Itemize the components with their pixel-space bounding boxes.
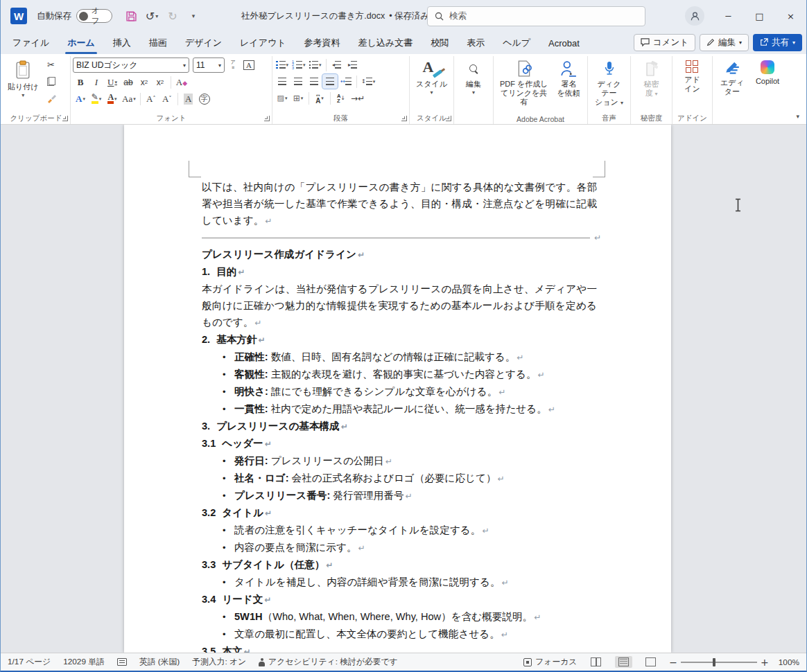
ribbon-tab[interactable]: Acrobat <box>539 32 589 54</box>
minimize-button[interactable]: ─ <box>713 0 744 32</box>
comments-button[interactable]: コメント <box>634 34 695 51</box>
numbering-button[interactable]: 123▾ <box>290 58 307 72</box>
change-case-button[interactable]: Aa▾ <box>121 91 137 106</box>
align-right-button[interactable] <box>306 74 322 89</box>
zoom-slider[interactable] <box>681 662 757 663</box>
ribbon-tab[interactable]: レイアウト <box>231 32 295 54</box>
clipboard-dialog-launcher[interactable] <box>62 116 68 121</box>
ribbon-tab[interactable]: 挿入 <box>104 32 140 54</box>
request-signature-button[interactable]: 署名 を依頼 <box>552 58 585 100</box>
highlight-button[interactable]: ✎▾ <box>89 91 104 106</box>
clear-formatting-button[interactable]: A◆ <box>174 75 189 89</box>
ribbon-tabs: ファイルホーム挿入描画デザインレイアウト参考資料差し込み文書校閲表示ヘルプAcr… <box>3 32 589 54</box>
ribbon-tab[interactable]: 描画 <box>140 32 176 54</box>
underline-button[interactable]: U▾ <box>105 75 120 89</box>
align-left-button[interactable] <box>275 74 290 89</box>
zoom-slider-thumb[interactable] <box>713 658 715 666</box>
text-effects-button[interactable]: A▾ <box>73 91 88 106</box>
autosave-toggle[interactable]: オフ <box>76 9 112 23</box>
document-page[interactable]: 以下は、社内向けの「プレスリリースの書き方」に関する具体的な文書例です。各部署や… <box>124 125 671 653</box>
character-border-button[interactable]: A <box>241 58 257 73</box>
ribbon-tab[interactable]: デザイン <box>176 32 231 54</box>
justify-button[interactable] <box>322 74 338 89</box>
zoom-in-button[interactable]: + <box>761 657 769 668</box>
paragraph-dialog-launcher[interactable] <box>401 116 407 121</box>
font-size-select[interactable]: 11▾ <box>193 58 225 73</box>
share-button[interactable]: 共有▾ <box>753 34 802 51</box>
web-layout-button[interactable] <box>642 656 659 668</box>
asian-layout-button[interactable]: ↔A▾ <box>312 91 327 105</box>
dictation-button[interactable]: ディクテー ション ▾ <box>590 58 628 110</box>
zoom-out-button[interactable]: − <box>669 657 677 668</box>
focus-mode-button[interactable]: フォーカス <box>523 657 577 668</box>
search-box[interactable]: 検索 <box>427 6 645 26</box>
undo-button[interactable]: ↺▾ <box>143 6 161 26</box>
ribbon-tab[interactable]: ファイル <box>3 32 58 54</box>
qat-overflow-button[interactable]: ▾ <box>184 6 202 26</box>
align-center-button[interactable] <box>290 74 306 89</box>
italic-button[interactable]: I <box>89 75 104 89</box>
ribbon-tab[interactable]: 校閲 <box>422 32 458 54</box>
phonetic-guide-button[interactable]: ア≡ <box>225 58 241 73</box>
subscript-button[interactable]: x2 <box>137 75 152 89</box>
language-indicator[interactable]: 英語 (米国) <box>139 657 180 668</box>
page-indicator[interactable]: 1/17 ページ <box>8 657 51 668</box>
distribute-button[interactable]: ↔ <box>338 74 354 89</box>
sort-button[interactable]: AZ↓ <box>333 91 349 105</box>
increase-indent-button[interactable]: ▸ <box>345 58 361 72</box>
ribbon-tab[interactable]: ヘルプ <box>494 32 539 54</box>
format-painter-button[interactable] <box>44 91 59 105</box>
superscript-button[interactable]: x2 <box>153 75 168 89</box>
ribbon-tab[interactable]: ホーム <box>58 32 104 54</box>
document-title[interactable]: 社外秘プレスリリースの書き方.docx • 保存済み ▾ <box>241 10 436 22</box>
ribbon-tab[interactable]: 参考資料 <box>295 32 349 54</box>
ribbon-tab[interactable]: 表示 <box>458 32 494 54</box>
close-button[interactable]: × <box>775 0 806 32</box>
line-spacing-button[interactable]: ↕▾ <box>360 74 376 89</box>
shrink-font-button[interactable]: A˅ <box>159 91 175 106</box>
editor-button[interactable]: エディ ター <box>715 58 749 99</box>
zoom-level[interactable]: 100% <box>779 657 799 667</box>
word-count[interactable]: 12029 単語 <box>63 657 105 668</box>
text-prediction[interactable]: 予測入力: オン <box>192 657 246 668</box>
paste-button[interactable]: 貼り付け ▾ <box>4 58 42 101</box>
addins-button[interactable]: アド イン <box>681 58 704 96</box>
pencil-icon <box>706 38 715 46</box>
paragraph-mark: ↵ <box>358 543 365 553</box>
account-button[interactable] <box>685 6 704 26</box>
print-layout-button[interactable] <box>615 656 632 668</box>
copilot-button[interactable]: Copilot <box>749 58 786 89</box>
styles-dialog-launcher[interactable] <box>446 116 451 121</box>
read-mode-button[interactable] <box>587 656 605 668</box>
font-name-select[interactable]: BIZ UDゴシック▾ <box>73 58 189 73</box>
strikethrough-button[interactable]: ab <box>121 75 136 89</box>
font-color-button[interactable]: A▾ <box>105 91 120 106</box>
decrease-indent-button[interactable]: ◂ <box>329 58 345 72</box>
editing-button[interactable]: 編集 ▾ <box>462 58 485 98</box>
maximize-button[interactable]: □ <box>744 0 775 32</box>
proofing-status[interactable] <box>117 658 127 666</box>
editing-mode-button[interactable]: 編集▾ <box>700 34 749 51</box>
borders-button[interactable]: ⊞▾ <box>290 91 306 105</box>
ribbon-tab[interactable]: 差し込み文書 <box>349 32 422 54</box>
bullets-button[interactable]: ▾ <box>275 58 290 72</box>
document-content[interactable]: 以下は、社内向けの「プレスリリースの書き方」に関する具体的な文書例です。各部署や… <box>202 179 597 653</box>
accessibility-status[interactable]: アクセシビリティ: 検討が必要です <box>259 657 398 668</box>
multilevel-list-button[interactable]: ▾ <box>308 58 323 72</box>
bold-button[interactable]: B <box>73 75 88 89</box>
grow-font-button[interactable]: A˄ <box>144 91 159 106</box>
save-button[interactable] <box>122 6 140 26</box>
copy-button[interactable] <box>44 74 59 89</box>
styles-button[interactable]: A スタイル ▾ <box>413 58 451 98</box>
character-shading-button[interactable]: A <box>181 91 196 106</box>
sensitivity-button[interactable]: 秘密 度 ▾ <box>641 58 663 101</box>
redo-button[interactable]: ↻ <box>164 6 182 26</box>
cut-button[interactable]: ✂ <box>44 58 59 72</box>
create-pdf-button[interactable]: PDF を作成し てリンクを共有 <box>496 58 552 109</box>
show-marks-button[interactable]: →↵ <box>349 91 366 105</box>
font-dialog-launcher[interactable] <box>264 116 270 121</box>
shading-button[interactable]: ▨▾ <box>275 91 290 105</box>
justify-icon <box>326 78 334 85</box>
collapse-ribbon-button[interactable]: ▾ <box>796 113 799 120</box>
enclose-characters-button[interactable]: 字 <box>197 91 212 106</box>
